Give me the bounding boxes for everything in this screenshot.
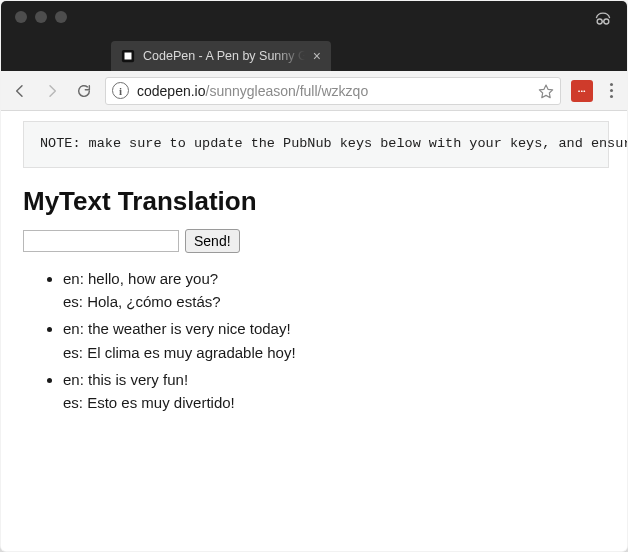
reload-button[interactable] xyxy=(73,80,95,102)
target-line: es: El clima es muy agradable hoy! xyxy=(63,341,609,364)
target-line: es: Hola, ¿cómo estás? xyxy=(63,290,609,313)
source-line: en: the weather is very nice today! xyxy=(63,317,609,340)
window-controls xyxy=(15,11,67,23)
message-input[interactable] xyxy=(23,230,179,252)
tab-active[interactable]: CodePen - A Pen by Sunny Gl × xyxy=(111,41,331,71)
tab-strip: CodePen - A Pen by Sunny Gl × xyxy=(1,39,627,71)
browser-window: CodePen - A Pen by Sunny Gl × i codepen.… xyxy=(0,0,628,552)
back-button[interactable] xyxy=(9,80,31,102)
url-text: codepen.io/sunnygleason/full/wzkzqo xyxy=(137,83,530,99)
minimize-window-icon[interactable] xyxy=(35,11,47,23)
page-viewport: NOTE: make sure to update the PubNub key… xyxy=(1,111,627,551)
address-bar[interactable]: i codepen.io/sunnygleason/full/wzkzqo xyxy=(105,77,561,105)
zoom-window-icon[interactable] xyxy=(55,11,67,23)
tab-favicon-icon xyxy=(121,49,135,63)
forward-button[interactable] xyxy=(41,80,63,102)
svg-point-1 xyxy=(604,19,609,24)
svg-marker-4 xyxy=(539,85,552,98)
extension-badge[interactable]: ••• xyxy=(571,80,593,102)
close-window-icon[interactable] xyxy=(15,11,27,23)
tab-close-icon[interactable]: × xyxy=(313,49,321,63)
svg-rect-3 xyxy=(125,53,132,60)
source-line: en: hello, how are you? xyxy=(63,267,609,290)
send-row: Send! xyxy=(23,229,609,253)
svg-point-0 xyxy=(597,19,602,24)
site-info-icon[interactable]: i xyxy=(112,82,129,99)
tab-title: CodePen - A Pen by Sunny Gl xyxy=(143,49,305,63)
target-line: es: Esto es muy divertido! xyxy=(63,391,609,414)
page-title: MyText Translation xyxy=(23,186,609,217)
browser-toolbar: i codepen.io/sunnygleason/full/wzkzqo ••… xyxy=(1,71,627,111)
window-titlebar: CodePen - A Pen by Sunny Gl × xyxy=(1,1,627,71)
source-line: en: this is very fun! xyxy=(63,368,609,391)
incognito-icon xyxy=(593,9,613,29)
translation-item: en: this is very fun!es: Esto es muy div… xyxy=(63,368,609,415)
browser-menu-icon[interactable] xyxy=(603,83,619,98)
config-note: NOTE: make sure to update the PubNub key… xyxy=(23,121,609,168)
translation-item: en: the weather is very nice today!es: E… xyxy=(63,317,609,364)
bookmark-star-icon[interactable] xyxy=(538,83,554,99)
translation-item: en: hello, how are you?es: Hola, ¿cómo e… xyxy=(63,267,609,314)
send-button[interactable]: Send! xyxy=(185,229,240,253)
translation-list: en: hello, how are you?es: Hola, ¿cómo e… xyxy=(23,267,609,415)
